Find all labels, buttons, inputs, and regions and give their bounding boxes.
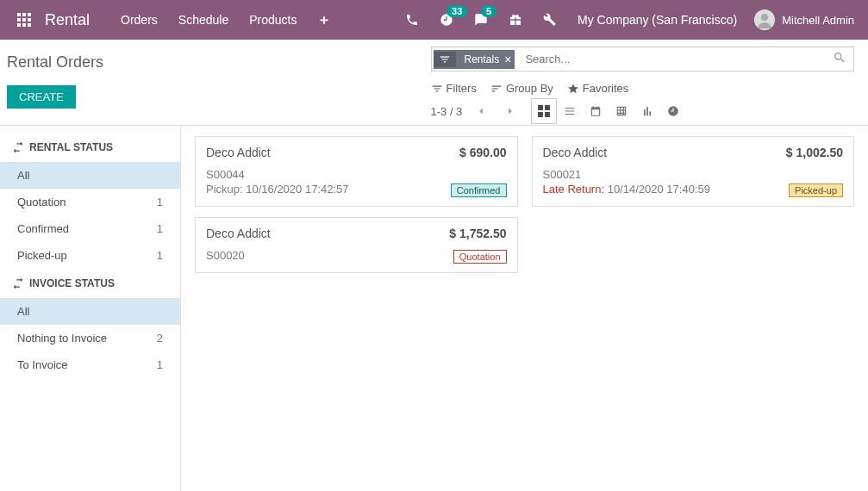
wrench-icon[interactable] [533,0,567,40]
status-badge: Picked-up [789,183,843,197]
plus-icon[interactable]: ＋ [307,0,341,40]
gift-icon[interactable] [498,0,533,40]
card-event-date: 10/14/2020 17:40:59 [608,183,710,196]
filter-item-to-invoice[interactable]: To Invoice1 [0,351,180,378]
filter-item-pickedup[interactable]: Picked-up1 [0,242,180,269]
user-name: Mitchell Admin [782,14,854,27]
filter-item-all-invoice[interactable]: All [0,298,180,325]
filter-sidebar: RENTAL STATUS All Quotation1 Confirmed1 … [0,126,181,491]
nav-products[interactable]: Products [239,0,307,40]
card-price: $ 690.00 [459,146,507,159]
card-reference: S00044 [206,168,349,183]
phone-icon[interactable] [395,0,429,40]
card-customer: Deco Addict [543,146,608,159]
card-reference: S00020 [206,249,245,264]
chat-icon[interactable]: 5 [464,0,498,40]
kanban-content: Deco Addict $ 690.00 S00044 Pickup: 10/1… [181,126,868,491]
create-button[interactable]: CREATE [7,85,76,109]
filter-item-quotation[interactable]: Quotation1 [0,189,180,215]
card-event-label: Pickup: [206,183,246,196]
filter-section-invoice-status[interactable]: INVOICE STATUS [0,269,180,298]
card-reference: S00021 [543,168,710,183]
clock-icon[interactable]: 33 [429,0,464,40]
filters-dropdown[interactable]: Filters [431,78,477,98]
view-graph[interactable] [634,98,660,124]
kanban-card[interactable]: Deco Addict $ 690.00 S00044 Pickup: 10/1… [195,136,518,207]
card-event-label: Late Return: [543,183,608,196]
control-panel: Rental Orders CREATE Rentals × Filters [0,40,868,126]
filter-item-confirmed[interactable]: Confirmed1 [0,215,180,242]
avatar [754,9,775,30]
card-price: $ 1,752.50 [449,227,506,240]
apps-menu-icon[interactable] [7,0,41,40]
status-badge: Quotation [453,250,507,264]
view-pivot[interactable] [609,98,634,124]
filter-icon [434,52,456,67]
search-icon[interactable] [826,51,853,67]
kanban-card[interactable]: Deco Addict $ 1,002.50 S00021 Late Retur… [532,136,855,207]
svg-point-1 [761,14,768,21]
view-activity[interactable] [660,98,686,124]
top-navbar: Rental Orders Schedule Products ＋ 33 5 M… [0,0,868,40]
filter-item-nothing-to-invoice[interactable]: Nothing to Invoice2 [0,325,180,351]
view-list[interactable] [557,98,583,124]
facet-label: Rentals [465,53,500,65]
company-selector[interactable]: My Company (San Francisco) [567,13,747,27]
view-calendar[interactable] [583,98,609,124]
kanban-card[interactable]: Deco Addict $ 1,752.50 S00020 Quotation [195,217,518,273]
nav-orders[interactable]: Orders [110,0,168,40]
card-customer: Deco Addict [206,146,271,159]
filter-section-rental-status[interactable]: RENTAL STATUS [0,133,180,162]
chat-badge: 5 [481,5,496,17]
user-menu[interactable]: Mitchell Admin [747,9,861,30]
pager-prev-icon[interactable] [471,101,491,121]
facet-remove-icon[interactable]: × [504,53,511,66]
app-name: Rental [45,11,90,29]
view-kanban[interactable] [531,98,557,124]
card-event-date: 10/16/2020 17:42:57 [246,183,348,196]
search-input[interactable] [516,47,826,71]
status-badge: Confirmed [451,183,507,197]
card-price: $ 1,002.50 [786,146,843,159]
favorites-dropdown[interactable]: Favorites [567,78,628,98]
breadcrumb: Rental Orders [7,47,431,78]
groupby-dropdown[interactable]: Group By [490,78,553,98]
search-bar[interactable]: Rentals × [431,47,855,71]
card-customer: Deco Addict [206,227,271,240]
search-facet[interactable]: Rentals × [434,50,515,69]
pager-next-icon[interactable] [500,101,521,121]
pager-value[interactable]: 1-3 / 3 [431,105,463,118]
pager: 1-3 / 3 [431,101,521,121]
filter-item-all-rental[interactable]: All [0,162,180,189]
nav-schedule[interactable]: Schedule [168,0,239,40]
